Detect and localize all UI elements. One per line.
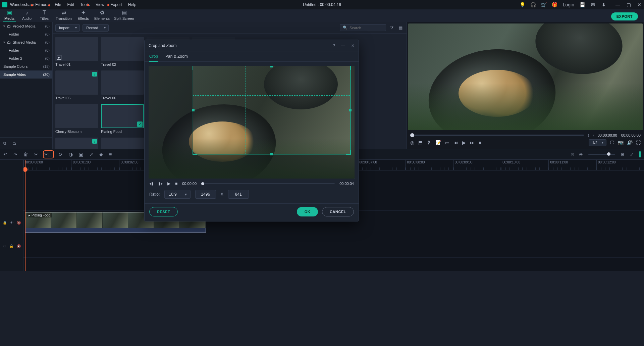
preview-viewport[interactable] bbox=[408, 23, 643, 130]
crop-width-input[interactable]: 1496 bbox=[195, 190, 216, 199]
zoom-in-icon[interactable]: ⊕ bbox=[621, 152, 625, 157]
media-thumbnail[interactable]: Travel 06 bbox=[101, 70, 144, 102]
volume-icon[interactable]: 🔊 bbox=[627, 140, 633, 145]
menu-file[interactable]: File bbox=[55, 2, 61, 7]
step-forward-icon[interactable]: ⏭ bbox=[470, 140, 475, 145]
export-button[interactable]: EXPORT bbox=[611, 12, 638, 20]
tab-transition[interactable]: ⇄Transition bbox=[53, 9, 74, 22]
marker-icon[interactable]: ⬒ bbox=[418, 140, 423, 145]
media-thumbnail[interactable]: Travel 02 bbox=[101, 37, 144, 68]
tab-elements[interactable]: ✿Elements bbox=[92, 9, 112, 22]
play-icon[interactable]: ▶ bbox=[462, 140, 466, 145]
ratio-dropdown[interactable]: 16:9 bbox=[164, 190, 190, 199]
tab-audio[interactable]: ♪Audio bbox=[18, 10, 36, 22]
reset-button[interactable]: RESET bbox=[149, 207, 178, 216]
sidebar-item-folder[interactable]: Folder(0) bbox=[0, 30, 52, 38]
audio-track[interactable] bbox=[23, 234, 644, 258]
ok-button[interactable]: OK bbox=[297, 207, 318, 216]
mute-icon[interactable]: 🔇 bbox=[17, 221, 21, 225]
thumbnail-image[interactable] bbox=[101, 37, 144, 61]
keyframe-icon[interactable]: ◆ bbox=[99, 152, 103, 157]
motion-icon[interactable]: ⤢ bbox=[89, 152, 93, 157]
sidebar-item-sample-colors[interactable]: Sample Colors(15) bbox=[0, 62, 52, 70]
menu-export[interactable]: Export bbox=[110, 2, 122, 7]
folder-plus-icon[interactable]: 🗀 bbox=[12, 141, 16, 146]
crop-icon[interactable]: ✂⬚ bbox=[44, 152, 53, 157]
undo-icon[interactable]: ↶ bbox=[3, 152, 7, 157]
green-screen-icon[interactable]: ▣ bbox=[79, 152, 83, 157]
stop-icon[interactable]: ■ bbox=[175, 181, 177, 186]
window-close-icon[interactable]: ✕ bbox=[637, 2, 642, 7]
thumbnail-image[interactable]: ↓ bbox=[55, 70, 98, 95]
mark-out-icon[interactable]: } bbox=[592, 134, 593, 137]
cancel-button[interactable]: CANCEL bbox=[322, 207, 354, 216]
search-box[interactable]: 🔍 bbox=[340, 24, 386, 31]
sidebar-item-folder-2[interactable]: Folder 2(0) bbox=[0, 54, 52, 62]
sidebar-item-project-media[interactable]: ▾🗀Project Media(0) bbox=[0, 22, 52, 30]
adjust-icon[interactable]: ≡ bbox=[109, 152, 112, 157]
video-track-header[interactable]: 🔒 👁 🔇 bbox=[0, 211, 23, 234]
cart-icon[interactable]: 🛒 bbox=[541, 2, 547, 7]
crop-scrubber[interactable] bbox=[201, 183, 335, 184]
tab-effects[interactable]: ✦Effects bbox=[74, 9, 92, 22]
sidebar-item-shared-media[interactable]: ▾🗀Shared Media(0) bbox=[0, 38, 52, 46]
speed-icon[interactable]: ⟳ bbox=[59, 152, 63, 157]
idea-icon[interactable]: 💡 bbox=[520, 2, 525, 7]
download-icon[interactable]: ⬇ bbox=[601, 2, 606, 7]
zoom-fit-icon[interactable]: ⤢ bbox=[630, 152, 634, 157]
crop-handle[interactable] bbox=[270, 66, 273, 67]
crop-handle[interactable] bbox=[270, 153, 273, 155]
crop-preview[interactable] bbox=[149, 66, 355, 179]
filter-icon[interactable]: ⧩ bbox=[389, 26, 395, 30]
download-badge-icon[interactable]: ↓ bbox=[92, 139, 97, 144]
dialog-minimize-icon[interactable]: — bbox=[341, 43, 345, 48]
crop-handle[interactable] bbox=[349, 109, 352, 111]
auto-reframe-icon[interactable]: ◎ bbox=[410, 140, 414, 145]
thumbnail-image[interactable] bbox=[101, 138, 144, 149]
menu-edit[interactable]: Edit bbox=[67, 2, 74, 7]
boundary-icon[interactable]: ▭ bbox=[445, 140, 449, 145]
login-link[interactable]: Login bbox=[563, 2, 574, 7]
expand-icon[interactable]: ⛶ bbox=[636, 140, 641, 145]
download-badge-icon[interactable]: ↓ bbox=[92, 72, 97, 77]
save-icon[interactable]: 💾 bbox=[580, 2, 585, 7]
thumbnail-image[interactable]: ↓ bbox=[55, 138, 98, 149]
dialog-close-icon[interactable]: ✕ bbox=[351, 43, 355, 48]
window-minimize-icon[interactable]: — bbox=[615, 2, 621, 7]
voiceover-icon[interactable]: 🎙 bbox=[427, 140, 431, 145]
delete-icon[interactable]: 🗑 bbox=[23, 152, 28, 157]
step-back-icon[interactable]: ◂▮ bbox=[149, 181, 154, 186]
timeline-zoom-slider[interactable] bbox=[588, 154, 615, 155]
sidebar-item-folder[interactable]: Folder(0) bbox=[0, 46, 52, 54]
monitor-icon[interactable]: 🖵 bbox=[610, 140, 614, 145]
tab-pan-zoom[interactable]: Pan & Zoom bbox=[165, 54, 188, 61]
tab-media[interactable]: ▣Media bbox=[1, 9, 18, 22]
headphones-icon[interactable]: 🎧 bbox=[531, 2, 536, 7]
color-icon[interactable]: ◑ bbox=[69, 152, 73, 157]
tab-titles[interactable]: TTitles bbox=[36, 10, 53, 22]
stop-icon[interactable]: ■ bbox=[479, 140, 481, 145]
preview-zoom-dropdown[interactable]: 1/2 bbox=[589, 139, 606, 146]
lock-icon[interactable]: 🔒 bbox=[9, 244, 13, 248]
tab-split-screen[interactable]: ▤Split Screen bbox=[112, 9, 136, 22]
media-thumbnail[interactable]: ↓ bbox=[55, 138, 98, 149]
menu-view[interactable]: View bbox=[96, 2, 104, 7]
new-folder-icon[interactable]: ⧉ bbox=[3, 141, 6, 146]
mail-icon[interactable]: ✉ bbox=[590, 2, 596, 7]
sidebar-item-sample-video[interactable]: Sample Video(20) bbox=[0, 70, 52, 79]
menu-help[interactable]: Help bbox=[128, 2, 137, 7]
step-forward-icon[interactable]: ▮▸ bbox=[158, 181, 163, 186]
media-thumbnail[interactable]: ✓Plating Food bbox=[101, 104, 144, 136]
snapshot-icon[interactable]: 📷 bbox=[618, 140, 624, 145]
crop-rectangle[interactable] bbox=[193, 66, 351, 154]
grid-view-icon[interactable]: ▦ bbox=[397, 26, 404, 30]
cut-icon[interactable]: ✂ bbox=[34, 152, 38, 157]
tab-crop[interactable]: Crop bbox=[149, 54, 158, 61]
window-maximize-icon[interactable]: ▢ bbox=[626, 2, 631, 7]
audio-track-header[interactable]: ♪1 🔒 🔇 bbox=[0, 234, 23, 258]
lock-icon[interactable]: 🔒 bbox=[3, 221, 7, 225]
crop-handle[interactable] bbox=[192, 109, 195, 111]
play-icon[interactable]: ▶ bbox=[167, 181, 170, 186]
eye-icon[interactable]: 👁 bbox=[10, 221, 13, 225]
mixer-icon[interactable]: ⎚ bbox=[571, 152, 574, 157]
